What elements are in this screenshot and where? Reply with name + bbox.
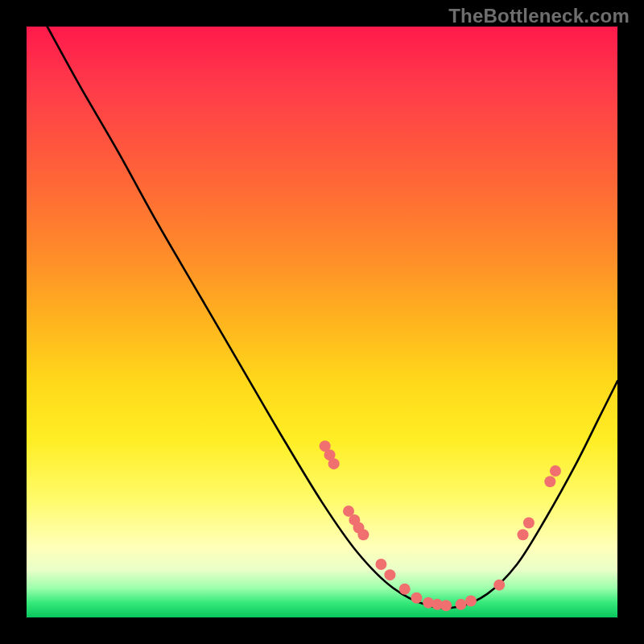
marker-dot [384,569,395,580]
marker-dot [455,599,466,610]
marker-dot [357,529,369,540]
marker-dot [465,595,477,606]
curve-svg [27,27,617,617]
marker-dot [523,518,535,529]
marker-dot [544,476,555,487]
watermark-text: TheBottleneck.com [448,5,630,27]
marker-dot [399,584,411,595]
marker-dot [440,600,452,611]
marker-group [320,440,561,611]
marker-dot [328,458,340,469]
marker-dot [411,592,422,604]
marker-dot [493,580,505,591]
marker-dot [550,465,561,477]
marker-dot [518,529,529,540]
marker-dot [375,559,386,570]
chart-container: TheBottleneck.com [0,0,644,644]
